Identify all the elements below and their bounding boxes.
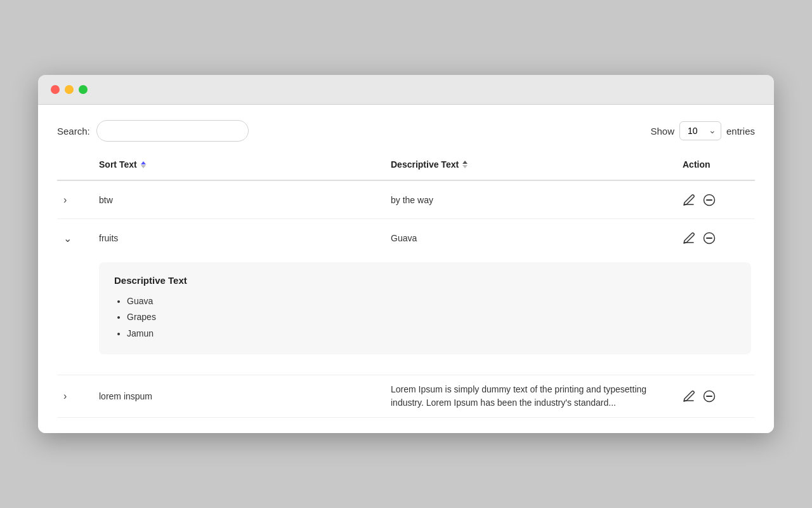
- lorem-desc-text: Lorem Ipsum is simply dummy text of the …: [391, 384, 646, 408]
- main-content: Search: Show 10 25 50 100 entries: [38, 105, 774, 433]
- descriptive-sort-icon: [462, 161, 468, 168]
- th-sort-text-label: Sort Text: [99, 159, 137, 170]
- th-sort-text[interactable]: Sort Text: [95, 154, 387, 175]
- table-header: Sort Text Descriptive Text Action: [57, 154, 755, 181]
- delete-icon: [703, 194, 716, 206]
- row-expand-lorem: ›: [57, 380, 95, 412]
- expand-button-fruits[interactable]: ⌄: [61, 230, 74, 247]
- row-desc-fruits: Guava: [387, 225, 679, 251]
- delete-button-btw[interactable]: [703, 194, 716, 206]
- show-label: Show: [650, 126, 674, 137]
- search-area: Search:: [57, 120, 249, 142]
- sort-up-icon: [141, 161, 146, 164]
- row-action-btw: [679, 186, 755, 214]
- edit-icon: [683, 194, 695, 206]
- action-buttons-fruits: [683, 232, 751, 244]
- th-action-label: Action: [683, 159, 710, 170]
- edit-button-lorem[interactable]: [683, 390, 695, 403]
- delete-button-lorem[interactable]: [703, 390, 716, 403]
- data-table: Sort Text Descriptive Text Action: [57, 154, 755, 418]
- sort-down-icon: [141, 165, 146, 168]
- edit-icon: [683, 232, 695, 244]
- th-expand: [57, 154, 95, 175]
- edit-button-fruits[interactable]: [683, 232, 695, 244]
- desc-sort-up-icon: [462, 161, 468, 164]
- delete-icon: [703, 390, 716, 403]
- titlebar: [38, 75, 774, 105]
- action-buttons-lorem: [683, 390, 751, 403]
- table-row: ⌄ fruits Guava: [57, 219, 755, 257]
- list-item: Guava: [127, 293, 736, 309]
- search-label: Search:: [57, 126, 90, 137]
- th-descriptive-text[interactable]: Descriptive Text: [387, 154, 679, 175]
- edit-button-btw[interactable]: [683, 194, 695, 206]
- close-button[interactable]: [51, 85, 60, 94]
- expanded-panel-list: Guava Grapes Jamun: [114, 293, 736, 342]
- entries-label: entries: [726, 126, 755, 137]
- entries-select-wrapper[interactable]: 10 25 50 100: [679, 121, 721, 140]
- th-descriptive-text-label: Descriptive Text: [391, 159, 459, 170]
- toolbar: Search: Show 10 25 50 100 entries: [57, 120, 755, 142]
- edit-icon: [683, 390, 695, 403]
- search-input[interactable]: [96, 120, 249, 142]
- action-buttons-btw: [683, 194, 751, 206]
- row-desc-btw: by the way: [387, 187, 679, 213]
- expand-button-btw[interactable]: ›: [61, 192, 69, 208]
- row-action-fruits: [679, 224, 755, 252]
- minimize-button[interactable]: [65, 85, 74, 94]
- table-row: › lorem inspum Lorem Ipsum is simply dum…: [57, 375, 755, 418]
- app-window: Search: Show 10 25 50 100 entries: [38, 75, 774, 433]
- list-item: Jamun: [127, 326, 736, 342]
- expanded-panel-wrapper-fruits: Descriptive Text Guava Grapes Jamun: [57, 257, 755, 375]
- delete-button-fruits[interactable]: [703, 232, 716, 244]
- row-expand-btw: ›: [57, 184, 95, 216]
- row-action-lorem: [679, 382, 755, 410]
- row-sort-text-fruits: fruits: [95, 225, 387, 251]
- th-action: Action: [679, 154, 755, 175]
- entries-select[interactable]: 10 25 50 100: [679, 121, 721, 140]
- desc-sort-down-icon: [462, 165, 468, 168]
- expanded-panel-fruits: Descriptive Text Guava Grapes Jamun: [99, 262, 751, 354]
- row-desc-lorem: Lorem Ipsum is simply dummy text of the …: [387, 375, 679, 417]
- sort-text-icon: [141, 161, 146, 168]
- entries-area: Show 10 25 50 100 entries: [650, 121, 755, 140]
- expand-button-lorem[interactable]: ›: [61, 388, 69, 404]
- delete-icon: [703, 232, 716, 244]
- row-sort-text-btw: btw: [95, 187, 387, 213]
- expanded-panel-title: Descriptive Text: [114, 275, 736, 286]
- table-row: › btw by the way: [57, 181, 755, 219]
- maximize-button[interactable]: [79, 85, 88, 94]
- row-expand-fruits: ⌄: [57, 222, 95, 255]
- row-sort-text-lorem: lorem inspum: [95, 384, 387, 409]
- list-item: Grapes: [127, 309, 736, 325]
